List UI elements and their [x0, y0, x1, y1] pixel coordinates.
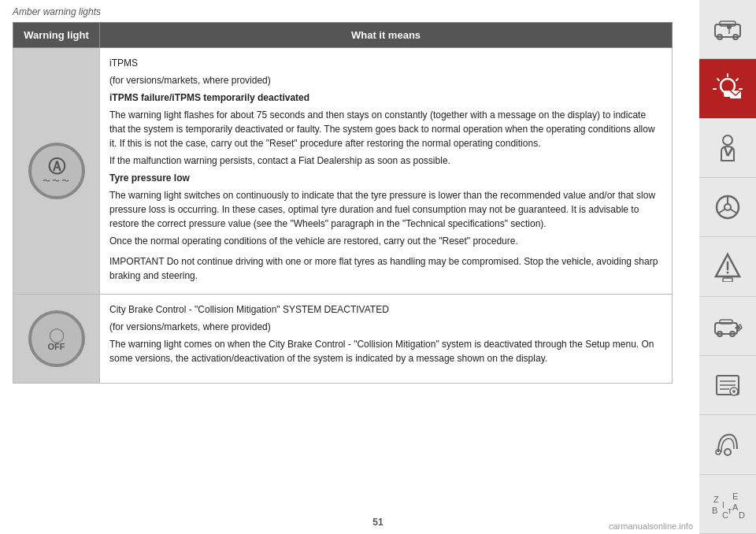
table-row: Ⓐ 〜〜〜 iTPMS (for versions/markets, where… — [13, 48, 673, 295]
road-warning-icon — [710, 249, 745, 284]
warning-light-icon — [710, 71, 745, 106]
tpms-text-cell: iTPMS (for versions/markets, where provi… — [100, 48, 673, 295]
tpms-icon-cell: Ⓐ 〜〜〜 — [13, 48, 100, 295]
svg-point-25 — [727, 272, 729, 274]
sidebar-item-seatbelt[interactable] — [699, 119, 756, 178]
cbc-line2: (for versions/markets, where provided) — [109, 320, 662, 334]
tpms-line8: Once the normal operating conditions of … — [109, 234, 662, 248]
media-icon — [710, 427, 745, 462]
tpms-line3: iTPMS failure/iTPMS temporarily deactiva… — [109, 91, 662, 105]
settings-list-icon — [710, 368, 745, 402]
svg-line-21 — [731, 210, 738, 214]
cbc-text-cell: City Brake Control - "Collision Mitigati… — [100, 295, 673, 384]
tpms-line2: (for versions/markets, where provided) — [109, 73, 662, 87]
sidebar-item-media[interactable] — [699, 415, 756, 474]
svg-rect-26 — [723, 278, 732, 282]
sidebar-item-index[interactable]: Z E B A C D I T — [699, 475, 756, 534]
svg-line-22 — [718, 210, 725, 214]
svg-point-32 — [737, 326, 740, 329]
cbc-line3: The warning light comes on when the City… — [109, 337, 662, 365]
svg-text:I: I — [722, 501, 724, 510]
svg-text:T: T — [728, 507, 732, 515]
tpms-dots: 〜〜〜 — [43, 176, 71, 187]
alphabet-icon: Z E B A C D I T — [710, 487, 745, 521]
svg-rect-8 — [724, 95, 731, 96]
svg-line-17 — [728, 148, 732, 156]
svg-rect-29 — [720, 320, 732, 324]
col2-header: What it means — [100, 23, 673, 48]
sidebar-item-steering[interactable] — [699, 178, 756, 237]
warning-table: Warning light What it means Ⓐ 〜〜〜 iTPMS — [13, 22, 673, 384]
tpms-line4: The warning light flashes for about 75 s… — [109, 108, 662, 150]
sidebar-item-settings[interactable] — [699, 356, 756, 415]
sidebar: Z E B A C D I T — [699, 0, 756, 534]
car-info-icon — [710, 12, 745, 46]
page-number: 51 — [372, 517, 383, 528]
svg-text:Z: Z — [713, 495, 719, 504]
sidebar-item-maintenance[interactable] — [699, 297, 756, 356]
watermark: carmanualsonline.info — [609, 521, 693, 531]
tpms-icon: Ⓐ 〜〜〜 — [28, 143, 85, 199]
svg-text:D: D — [739, 510, 745, 520]
svg-point-4 — [727, 24, 732, 29]
sidebar-item-road[interactable] — [699, 237, 756, 296]
main-content: Warning light What it means Ⓐ 〜〜〜 iTPMS — [0, 22, 685, 384]
svg-line-16 — [724, 146, 728, 156]
cbc-line1: City Brake Control - "Collision Mitigati… — [109, 302, 662, 317]
tpms-line1: iTPMS — [109, 56, 662, 70]
svg-point-40 — [724, 449, 731, 455]
svg-line-12 — [717, 79, 719, 80]
seatbelt-icon — [710, 131, 745, 165]
cbc-icon: ◯ OFF — [28, 310, 85, 367]
svg-text:A: A — [732, 502, 739, 512]
svg-text:B: B — [712, 506, 717, 515]
sidebar-item-car-info[interactable] — [699, 0, 756, 59]
svg-text:E: E — [732, 491, 738, 501]
tpms-line6: Tyre pressure low — [109, 171, 662, 185]
tpms-line7: The warning light switches on continuous… — [109, 188, 662, 231]
tpms-important: IMPORTANT Do not continue driving with o… — [109, 254, 662, 283]
table-row: ◯ OFF City Brake Control - "Collision Mi… — [13, 295, 673, 384]
page-title: Amber warning lights — [0, 0, 756, 22]
svg-line-10 — [736, 79, 738, 80]
steering-wheel-icon — [710, 190, 745, 224]
cbc-off-label: OFF — [48, 342, 65, 351]
sidebar-item-warning-light[interactable] — [699, 59, 756, 118]
svg-point-19 — [724, 204, 731, 210]
car-maintenance-icon — [710, 309, 745, 343]
svg-point-15 — [723, 135, 732, 145]
col1-header: Warning light — [13, 23, 100, 48]
cbc-icon-cell: ◯ OFF — [13, 295, 100, 384]
cbc-symbol: ◯ — [49, 326, 65, 343]
tpms-line5: If the malfunction warning persists, con… — [109, 154, 662, 168]
